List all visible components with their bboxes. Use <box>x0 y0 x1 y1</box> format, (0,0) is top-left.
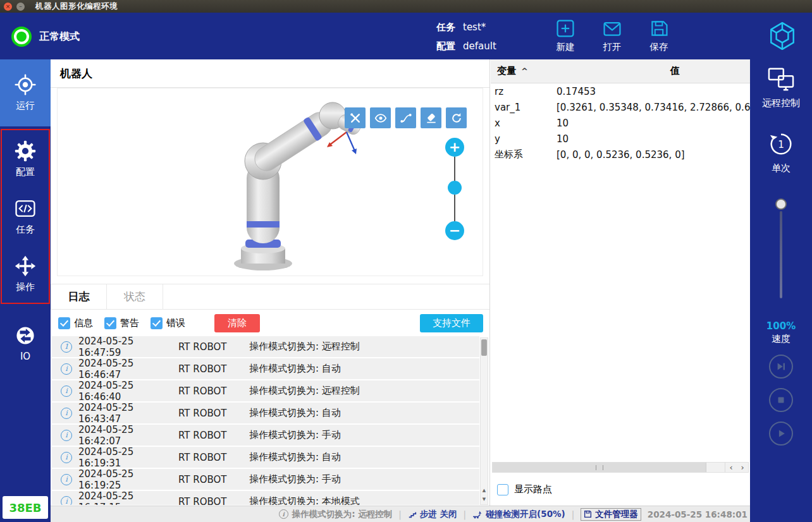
stop-icon <box>775 394 787 406</box>
filter-warning-checkbox[interactable]: 警告 <box>104 317 139 329</box>
save-button-label: 保存 <box>650 41 668 53</box>
support-file-button[interactable]: 支持文件 <box>420 314 483 332</box>
close-icon[interactable]: × <box>4 3 12 11</box>
new-file-icon <box>555 18 575 39</box>
save-button[interactable]: 保存 <box>649 18 669 53</box>
speed-slider <box>775 198 787 298</box>
variables-column-toggle[interactable]: 变量 ^ <box>497 65 528 77</box>
app-logo-icon <box>766 20 798 54</box>
visibility-button[interactable] <box>370 107 391 128</box>
run-icon <box>15 74 36 95</box>
collision-toggle[interactable]: 碰撞检测开启(50%) <box>472 509 565 520</box>
scroll-up-icon[interactable]: ▲ <box>481 486 488 495</box>
scrollbar-thumb[interactable] <box>493 463 706 472</box>
scrollbar-thumb[interactable] <box>481 339 487 356</box>
stop-button[interactable] <box>769 388 793 412</box>
remote-control-label: 远程控制 <box>762 97 800 109</box>
filter-info-label: 信息 <box>74 317 93 329</box>
variable-row: y 10 <box>491 131 750 147</box>
header: 正常模式 任务 test* 配置 default 新建 打开 保存 <box>0 13 812 59</box>
sidebar-item-task[interactable]: 任务 <box>2 188 49 245</box>
sidebar-item-run[interactable]: 运行 <box>0 59 51 126</box>
open-file-icon <box>602 18 622 39</box>
scroll-right-icon[interactable]: › <box>737 463 748 472</box>
tools-button[interactable] <box>345 107 366 128</box>
filter-error-label: 错误 <box>166 317 185 329</box>
open-button[interactable]: 打开 <box>602 18 622 53</box>
scroll-left-icon[interactable]: ‹ <box>725 463 737 472</box>
eraser-icon <box>425 112 438 124</box>
clear-log-button[interactable]: 清除 <box>214 314 260 332</box>
eraser-button[interactable] <box>421 107 441 128</box>
info-icon: i <box>61 452 72 463</box>
scroll-down-icon[interactable]: ▼ <box>481 495 488 504</box>
remote-control-icon <box>767 67 795 92</box>
single-run-label: 单次 <box>772 162 790 174</box>
file-manager-button[interactable]: 文件管理器 <box>581 508 641 521</box>
variable-row: 坐标系 [0, 0, 0, 0.5236, 0.5236, 0] <box>491 147 750 162</box>
log-scrollbar[interactable]: ▲ ▼ <box>480 337 488 505</box>
rotate-icon <box>450 112 463 124</box>
step-forward-button[interactable] <box>769 355 793 379</box>
code-task-icon <box>15 198 36 219</box>
log-entry: 1 2024-05-25 16:47:59 RT ROBOT 操作模式切换为: … <box>52 336 479 357</box>
log-entry: i 2024-05-25 16:43:47 RT ROBOT 操作模式切换为: … <box>52 403 479 423</box>
play-button[interactable] <box>769 422 793 446</box>
new-button-label: 新建 <box>557 41 575 53</box>
path-button[interactable] <box>395 107 416 128</box>
task-value: test* <box>463 19 486 35</box>
zoom-in-button[interactable]: + <box>445 138 464 157</box>
log-source: RT ROBOT <box>178 430 249 441</box>
variables-h-scrollbar[interactable]: ‹ › <box>492 462 749 473</box>
log-entry: i 2024-05-25 16:17:15 RT ROBOT 操作模式切换为: … <box>52 491 479 505</box>
new-button[interactable]: 新建 <box>555 18 575 53</box>
minimize-icon[interactable]: – <box>16 3 25 11</box>
move-arrows-icon <box>15 255 36 277</box>
sidebar-item-config[interactable]: 配置 <box>2 130 49 188</box>
log-time: 2024-05-25 16:42:07 <box>78 424 178 447</box>
info-icon: 1 <box>61 341 72 353</box>
log-status-tabs: 日志 状态 <box>51 284 489 310</box>
robot-3d-viewport[interactable]: + − <box>57 88 483 276</box>
filter-info-checkbox[interactable]: 信息 <box>58 317 93 329</box>
tab-log[interactable]: 日志 <box>51 284 107 309</box>
sidebar-item-operate[interactable]: 操作 <box>2 245 49 303</box>
speed-slider-thumb[interactable] <box>775 198 787 210</box>
log-message: 操作模式切换为: 本地模式 <box>249 495 479 505</box>
statusbar-mode: i 操作模式切换为: 远程控制 <box>279 509 393 520</box>
left-sidebar: 运行 配置 任务 操作 IO 38EB <box>0 59 51 522</box>
sidebar-item-label: 运行 <box>16 100 35 112</box>
zoom-slider-thumb[interactable] <box>448 181 462 195</box>
variable-row: x 10 <box>491 115 750 131</box>
status-bar: i 操作模式切换为: 远程控制 | 步进 关闭 | 碰撞检测开启(50%) | … <box>51 506 750 522</box>
sidebar-item-io[interactable]: IO <box>0 315 51 371</box>
log-entry: i 2024-05-25 16:46:40 RT ROBOT 操作模式切换为: … <box>52 380 479 401</box>
scroll-nav: ‹ › <box>725 463 748 472</box>
checkbox-checked-icon <box>58 317 70 329</box>
checkbox-unchecked-icon <box>497 484 508 495</box>
log-entry: i 2024-05-25 16:42:07 RT ROBOT 操作模式切换为: … <box>52 425 479 446</box>
main-panel: 机器人 <box>51 59 490 506</box>
file-manager-label: 文件管理器 <box>595 509 638 520</box>
filter-warning-label: 警告 <box>120 317 139 329</box>
file-actions: 新建 打开 保存 <box>555 18 669 53</box>
log-source: RT ROBOT <box>178 385 249 397</box>
variable-value: 10 <box>557 133 750 145</box>
zoom-out-button[interactable]: − <box>445 221 464 240</box>
log-entry: i 2024-05-25 16:19:25 RT ROBOT 操作模式切换为: … <box>52 469 479 490</box>
filter-error-checkbox[interactable]: 错误 <box>151 317 185 329</box>
variable-name: x <box>491 118 557 129</box>
speed-slider-track[interactable] <box>780 211 782 298</box>
remote-control-button[interactable]: 远程控制 <box>762 67 800 109</box>
log-message: 操作模式切换为: 自动 <box>249 363 479 375</box>
tab-state[interactable]: 状态 <box>107 284 163 309</box>
log-time: 2024-05-25 16:17:15 <box>78 490 178 506</box>
mode-indicator: 正常模式 <box>11 27 80 47</box>
variable-row: rz 0.17453 <box>491 83 750 99</box>
log-time: 2024-05-25 16:46:47 <box>78 358 178 380</box>
show-waypoints-checkbox[interactable]: 显示路点 <box>497 483 552 495</box>
step-toggle[interactable]: 步进 关闭 <box>408 509 457 520</box>
single-run-button[interactable]: 1 单次 <box>768 131 794 174</box>
rotate-view-button[interactable] <box>446 107 467 128</box>
sidebar-item-label: 任务 <box>16 224 35 236</box>
